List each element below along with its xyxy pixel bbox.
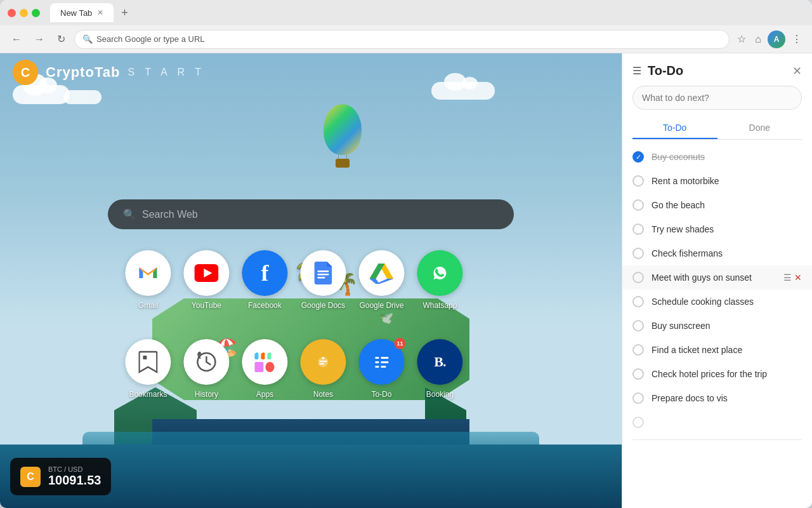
todo-item[interactable]: Check fishermans (622, 241, 812, 265)
notes-icon (300, 339, 346, 385)
app-google-docs[interactable]: Google Docs (300, 250, 346, 310)
booking-icon: B. (417, 339, 462, 385)
user-avatar[interactable]: A (768, 30, 785, 48)
todo-checkbox-6[interactable] (632, 272, 644, 283)
menu-icon[interactable]: ⋮ (789, 30, 804, 48)
tab-todo[interactable]: To-Do (632, 117, 717, 139)
apps-label: Apps (256, 390, 273, 399)
todo-input-container (622, 78, 812, 117)
svg-marker-7 (369, 264, 384, 279)
svg-rect-4 (317, 274, 329, 276)
todo-title: To-Do (648, 64, 683, 78)
close-button[interactable] (8, 9, 16, 17)
svg-rect-17 (319, 363, 324, 364)
gmail-icon (125, 250, 171, 296)
new-tab-button[interactable]: + (121, 6, 128, 20)
search-bar-container: 🔍 Search Web (108, 199, 514, 229)
app-facebook[interactable]: f Facebook (242, 250, 287, 310)
app-apps[interactable]: Apps (242, 339, 287, 399)
app-todo[interactable]: 11 To-Do (358, 339, 404, 399)
svg-point-18 (322, 357, 324, 359)
todo-text-3: Go the beach (652, 200, 802, 210)
todo-item[interactable]: Find a ticket next place (622, 338, 812, 362)
svg-rect-21 (381, 357, 388, 359)
svg-rect-5 (317, 277, 325, 279)
app-history[interactable]: History (183, 339, 229, 399)
search-bar-text: Search Web (142, 209, 499, 220)
todo-checkbox-1[interactable] (632, 151, 644, 163)
btc-value: 10091.53 (48, 473, 101, 488)
browser-tab[interactable]: New Tab ✕ (50, 3, 114, 22)
tab-done[interactable]: Done (717, 117, 802, 139)
youtube-icon (183, 250, 229, 296)
todo-checkbox-11[interactable] (632, 392, 644, 404)
cryptotab-subtitle: S T A R T (128, 67, 205, 78)
todo-item[interactable]: Buy coconuts (622, 145, 812, 169)
todo-text-9: Find a ticket next place (652, 345, 802, 355)
bookmarks-label: Bookmarks (129, 390, 167, 399)
todo-reorder-icon[interactable]: ☰ (783, 272, 792, 283)
reload-button[interactable]: ↻ (53, 30, 69, 48)
svg-rect-25 (381, 366, 386, 368)
btc-logo: C (20, 467, 41, 487)
todo-item[interactable]: Meet with guys on sunset ☰ ✕ (622, 265, 812, 290)
todo-checkbox-5[interactable] (632, 248, 644, 259)
app-gmail[interactable]: Gmail (125, 250, 171, 310)
search-bar[interactable]: 🔍 Search Web (108, 199, 514, 229)
bookmarks-icon (125, 339, 171, 385)
todo-checkbox-2[interactable] (632, 175, 644, 187)
svg-rect-22 (375, 361, 379, 363)
todo-item[interactable]: Try new shades (622, 217, 812, 241)
app-notes[interactable]: Notes (300, 339, 346, 399)
btc-info: BTC / USD 10091.53 (48, 465, 101, 488)
bookmark-star-icon[interactable]: ☆ (735, 30, 749, 48)
todo-checkbox-9[interactable] (632, 344, 644, 356)
maximize-button[interactable] (32, 9, 40, 17)
traffic-lights (8, 9, 40, 17)
forward-button[interactable]: → (30, 31, 48, 48)
app-bookmarks[interactable]: Bookmarks (125, 339, 171, 399)
todo-item[interactable]: Rent a motorbike (622, 169, 812, 193)
todo-item[interactable]: Buy sunscreen (622, 314, 812, 338)
app-whatsapp[interactable]: Whatsapp (417, 250, 462, 310)
minimize-button[interactable] (20, 9, 28, 17)
home-icon[interactable]: ⌂ (752, 31, 764, 48)
todo-item-empty[interactable] (622, 410, 812, 434)
app-google-drive[interactable]: Google Drive (358, 250, 404, 310)
google-docs-icon (300, 250, 346, 296)
google-docs-label: Google Docs (301, 301, 345, 310)
todo-menu-icon[interactable]: ☰ (632, 65, 641, 77)
svg-rect-3 (317, 271, 329, 272)
address-bar[interactable]: 🔍 Search Google or type a URL (74, 30, 730, 49)
app-booking[interactable]: B. Booking (417, 339, 462, 399)
todo-checkbox-4[interactable] (632, 224, 644, 235)
todo-empty-radio[interactable] (632, 417, 644, 428)
todo-checkbox-3[interactable] (632, 199, 644, 211)
facebook-icon: f (242, 250, 287, 296)
search-icon: 🔍 (82, 34, 93, 44)
todo-text-10: Check hotel prices for the trip (652, 369, 802, 379)
seagull: 🕊️ (379, 311, 393, 325)
booking-label: Booking (426, 390, 454, 399)
todo-label: To-Do (371, 390, 391, 399)
todo-close-button[interactable]: ✕ (792, 64, 802, 78)
cryptotab-logo: C (13, 60, 38, 85)
browser-content: 🌴 🌴 🌴 🏖️ 🕊️ 🐠 (0, 53, 622, 508)
todo-delete-icon[interactable]: ✕ (794, 272, 802, 283)
todo-item[interactable]: Check hotel prices for the trip (622, 362, 812, 386)
todo-item[interactable]: Prepare docs to vis (622, 386, 812, 410)
todo-checkbox-10[interactable] (632, 368, 644, 380)
app-youtube[interactable]: YouTube (183, 250, 229, 310)
gmail-label: Gmail (138, 301, 158, 310)
todo-checkbox-7[interactable] (632, 296, 644, 307)
todo-input[interactable] (632, 86, 802, 110)
todo-item[interactable]: Schedule cooking classes (622, 290, 812, 314)
back-button[interactable]: ← (8, 31, 25, 48)
todo-text-8: Buy sunscreen (652, 321, 802, 331)
toolbar-right: ☆ ⌂ A ⋮ (735, 30, 804, 48)
apps-grid-row1: Gmail YouTube (125, 250, 462, 310)
tab-close-icon[interactable]: ✕ (97, 8, 103, 17)
todo-item[interactable]: Go the beach (622, 193, 812, 217)
todo-checkbox-8[interactable] (632, 320, 644, 331)
todo-header: ☰ To-Do ✕ (622, 53, 812, 78)
